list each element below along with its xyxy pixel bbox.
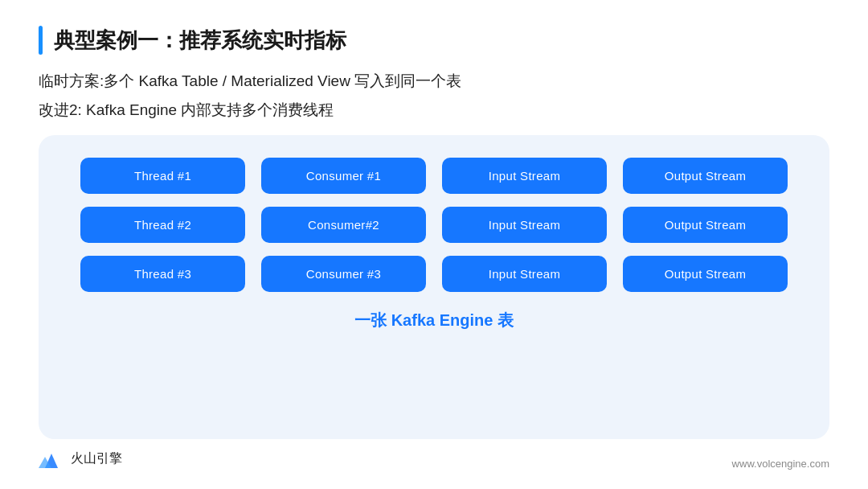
diagram-box-r0-c3: Output Stream <box>623 158 788 194</box>
diagram-box-r1-c3: Output Stream <box>623 207 788 243</box>
diagram-box-r0-c2: Input Stream <box>442 158 607 194</box>
logo-text: 火山引擎 <box>71 450 122 467</box>
diagram-grid: Thread #1Consumer #1Input StreamOutput S… <box>80 158 788 292</box>
page: 典型案例一：推荐系统实时指标 临时方案:多个 Kafka Table / Mat… <box>0 0 868 489</box>
diagram-box-r1-c2: Input Stream <box>442 207 607 243</box>
diagram-box-r2-c1: Consumer #3 <box>261 256 426 292</box>
bottom-bar: 火山引擎 www.volcengine.com <box>39 439 829 470</box>
logo-section: 火山引擎 <box>39 447 122 470</box>
website-text: www.volcengine.com <box>732 458 829 470</box>
diagram-footer: 一张 Kafka Engine 表 <box>354 310 514 331</box>
title-section: 典型案例一：推荐系统实时指标 <box>39 26 829 55</box>
subtitle1: 临时方案:多个 Kafka Table / Materialized View … <box>39 71 829 92</box>
diagram-box-r2-c0: Thread #3 <box>80 256 245 292</box>
title-bar <box>39 26 43 55</box>
page-title: 典型案例一：推荐系统实时指标 <box>54 27 346 55</box>
diagram-box-r1-c0: Thread #2 <box>80 207 245 243</box>
diagram-box-r1-c1: Consumer#2 <box>261 207 426 243</box>
diagram-box-r2-c2: Input Stream <box>442 256 607 292</box>
logo-icon <box>39 447 64 470</box>
diagram-container: Thread #1Consumer #1Input StreamOutput S… <box>39 135 829 439</box>
subtitle2: 改进2: Kafka Engine 内部支持多个消费线程 <box>39 100 829 121</box>
diagram-box-r0-c0: Thread #1 <box>80 158 245 194</box>
diagram-box-r2-c3: Output Stream <box>623 256 788 292</box>
diagram-box-r0-c1: Consumer #1 <box>261 158 426 194</box>
